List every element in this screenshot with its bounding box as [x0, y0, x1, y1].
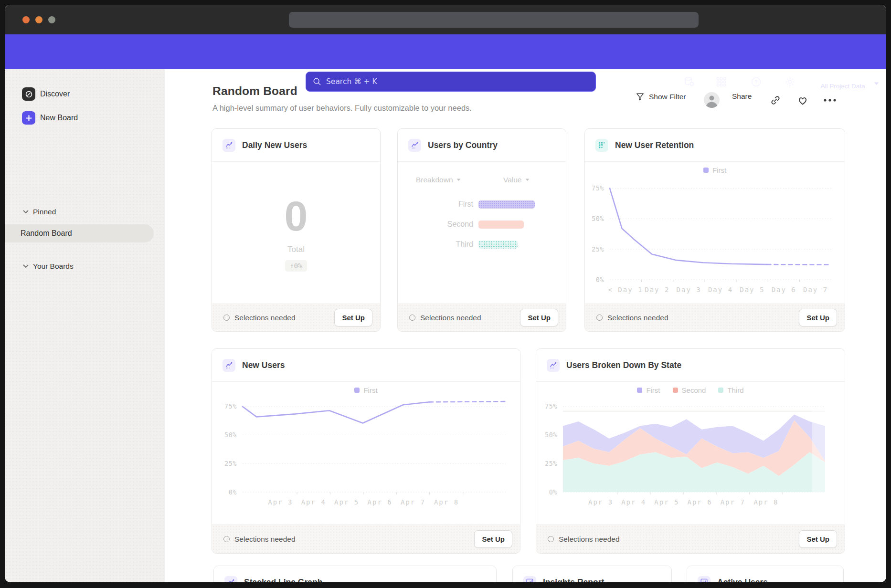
- report-chart-icon: [523, 576, 536, 583]
- browser-window: BoardsReportsUsersEvents Search ⌘ + K: [5, 5, 886, 582]
- svg-text:Apr 7: Apr 7: [401, 498, 425, 506]
- caret-down-icon: [525, 178, 530, 181]
- sidebar-section-your-boards[interactable]: Your Boards: [23, 262, 74, 271]
- card-header: Stacked Line Graph: [214, 566, 496, 582]
- set-up-button[interactable]: Set Up: [520, 309, 558, 326]
- card-users-by-country: Users by Country Breakdown Value FirstSe…: [397, 128, 566, 332]
- svg-text:Apr 6: Apr 6: [687, 498, 712, 506]
- caret-down-icon: [456, 178, 461, 181]
- apps-grid-icon[interactable]: [716, 76, 727, 87]
- card-title: Stacked Line Graph: [244, 578, 322, 583]
- chevron-down-icon: [23, 264, 29, 268]
- card-footer: Selections needed Set Up: [585, 304, 845, 331]
- svg-text:25%: 25%: [592, 245, 604, 253]
- new-users-line-chart: 75%50%25%0%Apr 3Apr 4Apr 5Apr 6Apr 7Apr …: [212, 382, 520, 525]
- value-select[interactable]: Value: [503, 176, 530, 184]
- sidebar-item-discover[interactable]: Discover: [22, 87, 70, 101]
- zoom-window-button[interactable]: [48, 16, 55, 23]
- country-row-bar: [478, 200, 535, 209]
- big-number-body: 0 Total ↑0%: [212, 162, 380, 304]
- settings-gear-icon[interactable]: [785, 76, 796, 87]
- card-header: New User Retention: [585, 129, 845, 162]
- data-management-icon[interactable]: [684, 76, 695, 87]
- retention-line-chart: 75%50%25%0%< Day 1Day 2Day 3Day 4Day 5Da…: [585, 162, 845, 304]
- retention-grid-icon: [595, 139, 608, 152]
- help-icon[interactable]: ?: [751, 76, 762, 87]
- avatar[interactable]: [704, 92, 720, 108]
- svg-text:Day 4: Day 4: [708, 286, 733, 294]
- status-circle-icon: [409, 315, 415, 321]
- share-label: Share: [732, 92, 752, 101]
- country-row: Third: [398, 241, 566, 249]
- sidebar-board-random-board[interactable]: Random Board: [5, 224, 154, 242]
- svg-text:< Day 1: < Day 1: [608, 286, 643, 294]
- card-footer: Selections needed Set Up: [398, 304, 566, 331]
- metric-label: Total: [287, 245, 305, 254]
- card-title: Users Broken Down By State: [566, 360, 681, 370]
- status-circle-icon: [223, 315, 230, 321]
- svg-text:Apr 8: Apr 8: [434, 498, 459, 506]
- minimize-window-button[interactable]: [35, 16, 42, 23]
- favorite-heart-icon[interactable]: [797, 95, 808, 105]
- card-new-user-retention: New User Retention 75%50%25%0%< Day 1Day…: [584, 128, 845, 332]
- chevron-down-icon: [23, 210, 29, 214]
- set-up-button[interactable]: Set Up: [334, 309, 372, 326]
- status-text: Selections needed: [607, 314, 799, 322]
- svg-text:75%: 75%: [592, 184, 604, 192]
- sidebar-board-label: Random Board: [21, 229, 72, 238]
- sidebar-item-label: New Board: [40, 114, 78, 122]
- svg-text:0%: 0%: [596, 276, 604, 284]
- sidebar-item-new-board[interactable]: New Board: [22, 111, 78, 125]
- user-icon: [704, 92, 720, 108]
- breakdown-select-label: Breakdown: [416, 176, 453, 184]
- copy-link-icon[interactable]: [770, 95, 781, 105]
- card-header: Users Broken Down By State: [536, 349, 845, 382]
- svg-text:?: ?: [754, 79, 758, 85]
- breakdown-select[interactable]: Breakdown: [416, 176, 461, 184]
- show-filter-button[interactable]: Show Filter: [636, 92, 686, 101]
- svg-text:25%: 25%: [224, 460, 237, 467]
- country-row-label: Third: [398, 240, 473, 249]
- card-title: Users by Country: [428, 140, 498, 150]
- card-title: Insights Report: [543, 578, 604, 583]
- set-up-button[interactable]: Set Up: [799, 309, 837, 326]
- card-footer: Selections needed Set Up: [536, 525, 845, 553]
- status-circle-icon: [548, 536, 554, 542]
- svg-text:Apr 3: Apr 3: [268, 498, 293, 506]
- card-title: Daily New Users: [242, 140, 307, 150]
- card-active-users: Active Users: [687, 566, 844, 582]
- card-insights-report: Insights Report: [512, 566, 672, 582]
- svg-text:Apr 3: Apr 3: [588, 498, 613, 506]
- card-header: Daily New Users: [212, 129, 380, 162]
- close-window-button[interactable]: [22, 16, 30, 23]
- org-switcher[interactable]: Organization All Project Data: [814, 73, 872, 91]
- page-title: Random Board: [212, 84, 297, 98]
- search-placeholder: Search ⌘ + K: [326, 77, 377, 86]
- insights-chart-icon: [408, 139, 421, 152]
- more-options-icon[interactable]: [823, 98, 837, 103]
- address-bar[interactable]: [289, 12, 699, 28]
- search-input[interactable]: Search ⌘ + K: [306, 72, 596, 92]
- svg-text:Day 7: Day 7: [803, 286, 828, 294]
- insights-chart-icon: [223, 359, 235, 372]
- svg-text:0%: 0%: [549, 488, 557, 496]
- discover-icon: [22, 87, 35, 101]
- share-button[interactable]: Share: [732, 92, 752, 101]
- set-up-button[interactable]: Set Up: [799, 530, 837, 548]
- insights-chart-icon: [224, 576, 237, 583]
- svg-text:Day 2: Day 2: [645, 286, 669, 294]
- country-row-label: Second: [398, 220, 473, 229]
- set-up-button[interactable]: Set Up: [474, 530, 512, 548]
- plus-icon: [22, 111, 35, 125]
- org-name: Organization: [814, 73, 872, 82]
- sidebar-section-pinned[interactable]: Pinned: [23, 208, 56, 216]
- status-circle-icon: [596, 315, 603, 321]
- chevron-down-icon: [874, 82, 879, 85]
- sidebar-item-label: Discover: [40, 90, 70, 98]
- svg-text:Apr 5: Apr 5: [334, 498, 359, 506]
- svg-text:25%: 25%: [545, 460, 557, 467]
- status-circle-icon: [223, 536, 230, 542]
- svg-text:75%: 75%: [224, 402, 237, 410]
- card-header: Insights Report: [513, 566, 671, 582]
- card-title: New User Retention: [615, 140, 694, 150]
